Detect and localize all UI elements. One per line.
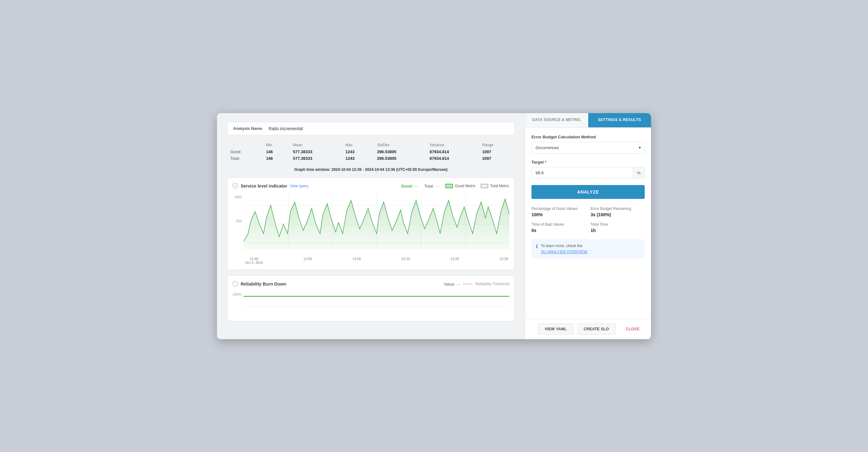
good-values-label: Percentage of Good Values xyxy=(531,206,586,211)
legend-total-label: Total Metric xyxy=(490,184,509,188)
error-budget-select[interactable]: Occurrences Time-based xyxy=(531,142,645,154)
svg-point-9 xyxy=(233,281,238,286)
stats-total-min: 146 xyxy=(263,155,289,162)
error-budget-remaining-value: 3s (100%) xyxy=(591,212,645,217)
stats-good-range: 1097 xyxy=(479,149,515,155)
sli-total-value: Total: - - xyxy=(424,184,439,189)
legend-total: Total Metric xyxy=(481,184,509,188)
sli-chart-icon xyxy=(232,183,238,189)
target-input-wrapper: % xyxy=(531,167,645,179)
right-tabs: DATA SOURCE & METRIC SETTINGS & RESULTS xyxy=(525,113,651,128)
y-label-500: 500 xyxy=(232,219,242,223)
analysis-name-value: Ratio incremental xyxy=(269,126,303,131)
stats-good-variance: 87934.814 xyxy=(427,149,479,155)
error-budget-remaining-label: Error Budget Remaining xyxy=(591,206,645,211)
reliability-icon xyxy=(232,281,238,287)
result-error-budget: Error Budget Remaining 3s (100%) xyxy=(591,206,645,217)
error-budget-label: Error Budget Calculation Method xyxy=(531,135,645,139)
analyze-button[interactable]: ANALYZE xyxy=(531,185,645,199)
stats-table: Min Mean Max StdDev Variance Range Good:… xyxy=(227,141,515,162)
target-label: Target * xyxy=(531,160,645,165)
sli-total-val: - - xyxy=(435,184,439,189)
sli-good-label: Good: xyxy=(401,184,413,189)
stats-row-total-label: Total: xyxy=(227,155,263,162)
info-text-static: To learn more, check the xyxy=(541,244,582,248)
right-content: Error Budget Calculation Method Occurren… xyxy=(525,128,651,319)
sli-total-label: Total: xyxy=(424,184,434,189)
graph-time-window-value: 2024-10-04 12:36 - 2024-10-04 13:36 (UTC… xyxy=(332,167,447,172)
reliability-chart-svg xyxy=(244,291,509,316)
close-button[interactable]: CLOSE xyxy=(619,323,646,335)
stats-header-max: Max xyxy=(342,141,374,149)
x-axis-labels: 12:40 Oct 4, 2024 12:50 13:00 13:10 xyxy=(244,256,509,264)
sli-chart-header: Service level indicator View query Good:… xyxy=(232,183,509,189)
sli-chart-card: Service level indicator View query Good:… xyxy=(227,177,515,270)
view-query-link[interactable]: View query xyxy=(290,184,308,188)
sli-good-val: - - xyxy=(414,184,418,189)
stats-header-min: Min xyxy=(263,141,289,149)
stats-header-mean: Mean xyxy=(290,141,343,149)
legend-items: Good Metric Total Metric xyxy=(445,184,509,188)
reliability-value-label: Value: - - xyxy=(444,282,460,287)
x-axis-label-1310: 13:10 xyxy=(402,257,410,264)
target-input[interactable] xyxy=(532,167,633,179)
x-axis-label-1330: 13:30 xyxy=(499,257,508,264)
sli-good-value: Good: - - xyxy=(401,184,418,189)
bad-values-label: Time of Bad Values xyxy=(531,222,586,227)
graph-time-window: Graph time window: 2024-10-04 12:36 - 20… xyxy=(227,167,515,172)
info-box: ℹ To learn more, check the SLI ANALYSIS … xyxy=(531,239,645,259)
reliability-right-header: Value: - - Reliability Threshold xyxy=(444,282,509,287)
sli-chart-title: Service level indicator xyxy=(241,184,287,189)
stats-good-min: 146 xyxy=(263,149,289,155)
stats-total-mean: 577.38333 xyxy=(290,155,343,162)
legend-good-label: Good Metric xyxy=(455,184,475,188)
x-axis-label-1240: 12:40 Oct 4, 2024 xyxy=(245,257,263,264)
reliability-chart-card: Reliability Burn Down Value: - - Reliabi… xyxy=(227,276,515,321)
stats-good-max: 1243 xyxy=(342,149,374,155)
legend-good: Good Metric xyxy=(445,184,475,188)
info-text: To learn more, check the SLI ANALYSIS OV… xyxy=(541,243,588,255)
view-yaml-button[interactable]: VIEW YAML xyxy=(538,323,574,335)
result-total-time: Total Time 1h xyxy=(591,222,645,233)
stats-total-range: 1097 xyxy=(479,155,515,162)
legend-good-color xyxy=(445,184,453,188)
tab-data-source[interactable]: DATA SOURCE & METRIC xyxy=(525,113,588,127)
info-icon: ℹ xyxy=(536,243,538,249)
stats-header-empty xyxy=(227,141,263,149)
stats-header-range: Range xyxy=(479,141,515,149)
reliability-y-label: 100% xyxy=(233,292,242,296)
x-axis-label-1320: 13:20 xyxy=(451,257,459,264)
bad-values-value: 0s xyxy=(531,228,586,233)
sli-chart-title-group: Service level indicator View query xyxy=(232,183,308,189)
stats-total-stddev: 296.53805 xyxy=(374,155,427,162)
x-axis-label-1300: 13:00 xyxy=(352,257,361,264)
stats-total-max: 1243 xyxy=(342,155,374,162)
stats-row-good-label: Good: xyxy=(227,149,263,155)
stats-good-stddev: 296.53805 xyxy=(374,149,427,155)
stats-total-variance: 87934.814 xyxy=(427,155,479,162)
stats-row-good: Good: 146 577.38333 1243 296.53805 87934… xyxy=(227,149,515,155)
results-grid: Percentage of Good Values 100% Error Bud… xyxy=(531,206,645,233)
stats-header-stddev: StdDev xyxy=(374,141,427,149)
result-good-values: Percentage of Good Values 100% xyxy=(531,206,586,217)
left-panel: Analysis Name Ratio incremental Min Mean… xyxy=(217,113,525,339)
sli-chart-values: Good: - - Total: - - Good Metric xyxy=(401,184,509,189)
reliability-chart-header: Reliability Burn Down Value: - - Reliabi… xyxy=(232,281,509,287)
analysis-name-row: Analysis Name Ratio incremental xyxy=(227,122,515,135)
stats-good-mean: 577.38333 xyxy=(290,149,343,155)
sli-analysis-link[interactable]: SLI ANALYSIS OVERVIEW. xyxy=(541,250,588,254)
result-bad-values: Time of Bad Values 0s xyxy=(531,222,586,233)
right-panel: DATA SOURCE & METRIC SETTINGS & RESULTS … xyxy=(525,113,651,339)
threshold-dashes xyxy=(463,283,473,285)
x-axis-label-1250: 12:50 xyxy=(303,257,312,264)
tab-settings-results[interactable]: SETTINGS & RESULTS xyxy=(588,113,651,127)
good-values-value: 100% xyxy=(531,212,586,217)
sli-chart-svg xyxy=(244,193,509,256)
create-slo-button[interactable]: CREATE SLO xyxy=(577,323,616,335)
analysis-name-label: Analysis Name xyxy=(233,126,262,131)
y-label-1000: 1000 xyxy=(232,195,242,199)
reliability-chart-title: Reliability Burn Down xyxy=(241,282,286,287)
reliability-title-group: Reliability Burn Down xyxy=(232,281,286,287)
right-footer: VIEW YAML CREATE SLO CLOSE xyxy=(525,319,651,339)
reliability-threshold-legend: Reliability Threshold xyxy=(463,282,509,286)
